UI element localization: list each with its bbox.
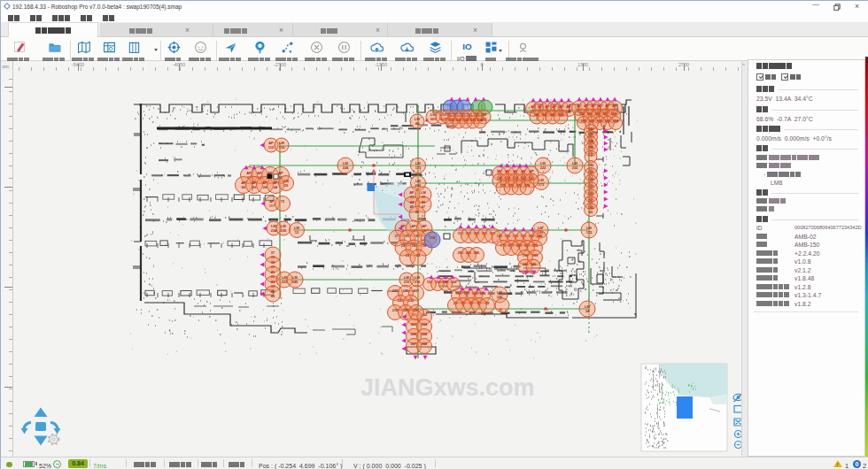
svg-text:273: 273 (539, 182, 545, 187)
svg-text:2700: 2700 (678, 62, 689, 67)
svg-text:-5400: -5400 (72, 62, 84, 67)
svg-text:27: 27 (395, 234, 399, 238)
svg-text:JIANGxws.com: JIANGxws.com (360, 374, 535, 401)
svg-text:118: 118 (430, 235, 436, 240)
svg-text:345: 345 (531, 262, 537, 266)
svg-text:204: 204 (422, 322, 428, 327)
svg-text:164: 164 (613, 119, 619, 123)
svg-text:245: 245 (292, 280, 298, 284)
svg-text:134: 134 (477, 118, 484, 122)
svg-text:222: 222 (540, 165, 546, 170)
svg-text:286: 286 (474, 250, 480, 255)
svg-text:39: 39 (406, 234, 410, 238)
svg-text:227: 227 (414, 288, 420, 293)
svg-text:137: 137 (588, 152, 594, 157)
svg-text:1350: 1350 (577, 62, 588, 67)
svg-text:0: 0 (480, 62, 483, 67)
svg-text:205: 205 (411, 332, 417, 336)
svg-text:51: 51 (416, 234, 421, 238)
svg-text:26: 26 (412, 243, 416, 248)
svg-text:173: 173 (415, 165, 422, 170)
svg-text:179: 179 (524, 183, 531, 188)
svg-text:241: 241 (398, 298, 404, 303)
svg-text:224: 224 (343, 165, 349, 170)
svg-text:206: 206 (422, 332, 428, 336)
svg-text:149: 149 (558, 112, 564, 117)
svg-text:-2700: -2700 (274, 62, 286, 67)
svg-text:cm: cm (3, 64, 10, 69)
svg-text:115: 115 (268, 145, 275, 150)
svg-text:66: 66 (589, 210, 593, 214)
svg-text:169: 169 (480, 291, 486, 296)
svg-text:226: 226 (408, 298, 415, 303)
svg-text:46: 46 (271, 294, 275, 298)
svg-text:150: 150 (532, 243, 539, 248)
svg-text:24: 24 (406, 253, 410, 258)
svg-text:28: 28 (485, 301, 490, 305)
svg-text:-4050: -4050 (173, 62, 185, 67)
svg-text:235: 235 (281, 228, 287, 233)
svg-text:40: 40 (415, 121, 420, 126)
svg-text:203: 203 (411, 322, 417, 327)
svg-text:207: 207 (411, 342, 417, 346)
svg-text:24: 24 (416, 253, 421, 258)
svg-text:215: 215 (404, 280, 410, 284)
svg-text:44: 44 (274, 185, 278, 189)
svg-text:248: 248 (403, 308, 409, 312)
svg-text:232: 232 (572, 165, 578, 170)
svg-text:222: 222 (392, 288, 399, 293)
svg-text:146: 146 (537, 234, 543, 238)
svg-text:158: 158 (611, 111, 617, 116)
svg-text:193: 193 (532, 253, 539, 258)
svg-text:227: 227 (414, 308, 420, 312)
svg-text:72: 72 (281, 199, 285, 204)
svg-text:46: 46 (415, 210, 420, 214)
svg-text:117: 117 (269, 204, 275, 208)
svg-text:172: 172 (586, 230, 593, 234)
svg-text:208: 208 (422, 342, 428, 346)
svg-text:29: 29 (284, 183, 289, 188)
svg-text:156: 156 (451, 280, 457, 284)
svg-text:216: 216 (415, 280, 421, 284)
svg-text:141: 141 (529, 176, 535, 181)
svg-text:14: 14 (401, 243, 406, 248)
svg-text:34: 34 (585, 309, 590, 313)
svg-text:12: 12 (295, 230, 299, 234)
svg-text:116: 116 (279, 145, 285, 150)
svg-text:-1350: -1350 (375, 62, 387, 67)
svg-text:218: 218 (392, 308, 399, 312)
svg-text:221: 221 (403, 288, 409, 293)
